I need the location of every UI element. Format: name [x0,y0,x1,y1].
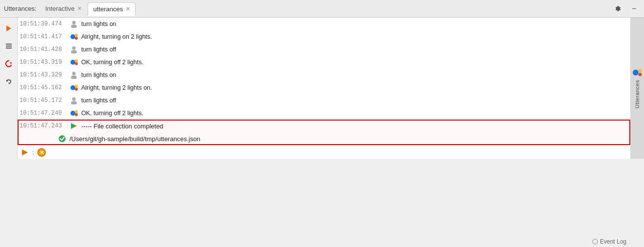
svg-point-33 [639,73,642,76]
colon-separator: : [32,148,34,156]
svg-rect-1 [6,44,12,45]
svg-rect-3 [6,48,12,49]
sidebar-list-icon[interactable] [2,39,16,53]
timestamp: 10:51:41.417 [20,33,69,40]
timestamp: 10:51:47.243 [20,123,69,129]
log-text: turn lights on [81,72,626,78]
svg-marker-28 [22,149,28,155]
right-sidebar-label: Utterances [634,80,640,108]
log-text: Alright, turning 2 lights on. [81,84,626,91]
event-log-icon [592,239,598,245]
svg-point-6 [72,21,76,25]
sidebar-reload-icon[interactable] [2,57,16,71]
svg-point-8 [70,34,75,39]
svg-point-12 [71,50,77,53]
tab-interactive-label: Interactive [45,5,74,12]
log-row: 10:51:43.319 OK, turning off 2 lights. [18,56,630,69]
error-icon: ✕ [36,148,47,157]
log-text: turn lights off [81,46,626,53]
timestamp: 10:51:41.428 [20,46,69,53]
minimize-button[interactable]: − [628,3,640,15]
user-icon [69,97,79,104]
event-log-area[interactable]: Event Log [592,238,626,245]
svg-marker-26 [71,123,77,129]
sidebar-play-icon[interactable] [2,22,16,35]
main-area: 10:51:39.474 turn lights on 10:51:41.417 [0,18,644,159]
highlighted-play-row: 10:51:47.243 ----- File collection compl… [18,120,630,132]
left-sidebar [0,18,18,159]
timestamp: 10:51:43.319 [20,59,69,66]
svg-marker-4 [10,62,12,64]
svg-point-7 [71,25,77,28]
svg-point-23 [70,111,75,116]
user-icon [69,71,79,79]
svg-point-22 [71,101,77,104]
ai-icon [69,58,79,66]
svg-point-13 [70,60,75,65]
timestamp: 10:51:45.162 [20,84,69,91]
timestamp: 10:51:43.329 [20,72,69,78]
ai-icon [69,33,79,41]
svg-point-21 [72,98,76,101]
play-icon [69,123,79,129]
svg-point-14 [75,59,78,62]
svg-point-25 [75,113,78,116]
utterances-label: Utterances: [4,5,36,12]
ai-dots-icon [632,68,643,77]
file-path: /Users/git/gh-sample/build/tmp/utterance… [69,135,626,143]
user-icon [69,46,79,53]
svg-point-18 [70,85,75,90]
log-text: turn lights off [81,97,626,104]
svg-point-10 [75,37,78,40]
tab-utterances-label: utterances [93,5,123,13]
ai-icon [69,84,79,92]
timestamp: 10:51:47.240 [20,110,69,117]
log-row: 10:51:41.417 Alright, turning on 2 light… [18,30,630,43]
svg-point-34 [593,239,598,244]
ai-icon [69,109,79,117]
log-row: 10:51:39.474 turn lights on [18,18,630,30]
log-row: 10:51:41.428 turn lights off [18,43,630,56]
svg-point-15 [75,62,78,65]
svg-point-11 [72,47,76,50]
svg-marker-0 [6,25,11,31]
tab-bar-actions: − [613,3,640,15]
svg-point-9 [75,34,78,37]
utterances-tab[interactable]: Utterances [630,18,644,159]
gear-button[interactable] [613,3,624,15]
log-text: OK, turning off 2 lights. [81,110,626,117]
svg-text:✕: ✕ [39,149,44,155]
timestamp: 10:51:45.172 [20,97,69,104]
timestamp: 10:51:39.474 [20,21,69,27]
log-text: turn lights on [81,21,626,27]
bottom-status-row: : ✕ [18,145,630,159]
highlighted-check-row: /Users/git/gh-sample/build/tmp/utterance… [18,132,630,145]
log-content[interactable]: 10:51:39.474 turn lights on 10:51:41.417 [18,18,630,159]
tab-interactive[interactable]: Interactive ✕ [40,2,87,16]
highlighted-block: 10:51:47.243 ----- File collection compl… [18,120,630,145]
log-text: OK, turning off 2 lights. [81,59,626,66]
svg-point-20 [75,88,78,91]
svg-point-32 [639,69,642,72]
log-row: 10:51:45.172 turn lights off [18,94,630,107]
sidebar-undo-icon[interactable] [2,74,16,88]
log-text: ----- File collection completed [81,123,626,130]
tab-utterances[interactable]: utterances ✕ [88,2,136,16]
log-row: 10:51:43.329 turn lights on [18,69,630,81]
tab-bar: Utterances: Interactive ✕ utterances ✕ − [0,0,644,18]
svg-point-19 [75,85,78,88]
svg-rect-2 [6,46,12,47]
event-log-label: Event Log [600,238,626,245]
user-icon [69,20,79,28]
svg-point-16 [72,72,76,75]
check-circle-icon [57,135,68,143]
log-text: Alright, turning on 2 lights. [81,33,626,40]
tab-interactive-close[interactable]: ✕ [77,5,82,12]
tab-utterances-close[interactable]: ✕ [126,6,130,12]
svg-point-31 [633,70,639,75]
log-row: 10:51:45.162 Alright, turning 2 lights o… [18,81,630,94]
log-row: 10:51:47.240 OK, turning off 2 lights. [18,107,630,120]
right-sidebar: Utterances [630,18,644,159]
bottom-play-icon [20,149,30,156]
svg-point-17 [71,75,77,79]
